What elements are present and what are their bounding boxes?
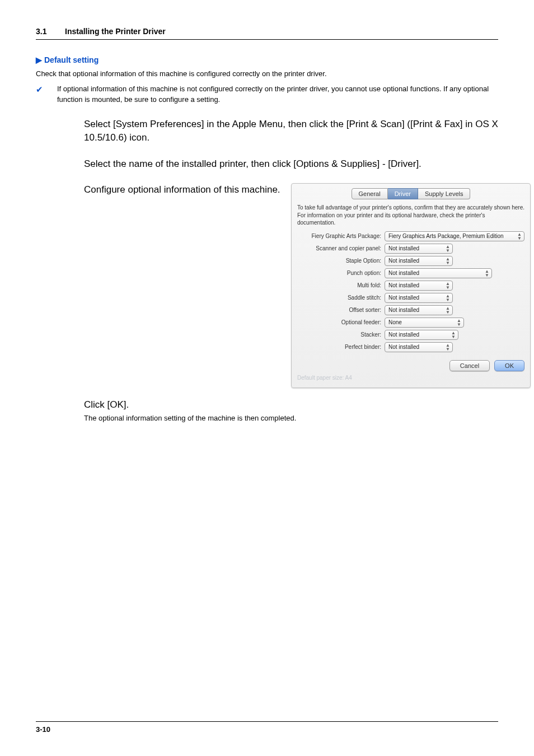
step-1-text: Select [System Preferences] in the Apple…: [84, 118, 498, 145]
option-label: Saddle stitch:: [297, 295, 385, 301]
step-2: Select the name of the installed printer…: [84, 157, 498, 171]
option-value: Not installed: [388, 295, 419, 301]
option-label: Perfect binder:: [297, 344, 385, 350]
section-header: 3.1 Installing the Printer Driver: [36, 27, 498, 36]
option-label: Optional feeder:: [297, 319, 385, 325]
option-label: Scanner and copier panel:: [297, 245, 385, 251]
option-label: Multi fold:: [297, 282, 385, 288]
page-footer: 3-10: [36, 721, 498, 734]
stepper-arrows-icon: ▲▼: [517, 232, 522, 240]
tab-general[interactable]: General: [352, 188, 388, 199]
triangle-icon: ▶: [36, 55, 42, 64]
page-number: 3-10: [36, 725, 50, 734]
option-row: Scanner and copier panel:Not installed▲▼: [297, 244, 524, 254]
step-1: Select [System Preferences] in the Apple…: [84, 118, 498, 145]
option-value: Not installed: [388, 332, 419, 338]
option-label: Staple Option:: [297, 258, 385, 264]
cancel-button[interactable]: Cancel: [449, 360, 490, 371]
option-row: Saddle stitch:Not installed▲▼: [297, 293, 524, 303]
step-click-ok: Click [OK].: [84, 399, 498, 410]
option-label: Offset sorter:: [297, 307, 385, 313]
tab-driver[interactable]: Driver: [388, 188, 418, 199]
dialog-button-bar: Cancel OK: [297, 360, 524, 371]
tab-supply-levels[interactable]: Supply Levels: [418, 188, 471, 199]
stepper-arrows-icon: ▲▼: [451, 331, 456, 339]
options-list: Fiery Graphic Arts Package:Fiery Graphic…: [297, 231, 524, 352]
option-row: Punch option:Not installed▲▼: [297, 268, 524, 278]
subsection-heading: ▶Default setting: [36, 55, 498, 64]
option-row: Multi fold:Not installed▲▼: [297, 281, 524, 291]
subsection-title: Default setting: [44, 55, 99, 64]
section-number: 3.1: [36, 27, 65, 36]
option-select[interactable]: Not installed▲▼: [385, 342, 453, 352]
option-row: Optional feeder:None▲▼: [297, 318, 524, 328]
stepper-arrows-icon: ▲▼: [485, 269, 489, 277]
panel-note: To take full advantage of your printer's…: [297, 204, 524, 227]
option-label: Stacker:: [297, 332, 385, 338]
option-row: Perfect binder:Not installed▲▼: [297, 342, 524, 352]
option-row: Stacker:Not installed▲▼: [297, 330, 524, 340]
stepper-arrows-icon: ▲▼: [457, 319, 461, 326]
step-3: Configure optional information of this m…: [84, 183, 498, 388]
ok-button[interactable]: OK: [494, 360, 524, 371]
option-value: Not installed: [388, 258, 419, 264]
step-2-text: Select the name of the installed printer…: [84, 157, 498, 171]
stepper-arrows-icon: ▲▼: [446, 282, 450, 290]
driver-options-dialog: General Driver Supply Levels To take ful…: [291, 183, 531, 388]
intro-text: Check that optional information of this …: [36, 69, 498, 80]
stepper-arrows-icon: ▲▼: [446, 306, 450, 314]
section-title: Installing the Printer Driver: [65, 27, 166, 36]
stepper-arrows-icon: ▲▼: [446, 257, 450, 265]
option-value: Not installed: [388, 245, 419, 251]
completion-text: The optional information setting of the …: [84, 414, 498, 422]
option-select[interactable]: Not installed▲▼: [385, 244, 453, 254]
option-row: Staple Option:Not installed▲▼: [297, 256, 524, 266]
option-value: Not installed: [388, 307, 419, 313]
option-select[interactable]: Not installed▲▼: [385, 330, 458, 340]
checkmark-icon: ✔: [36, 84, 57, 95]
option-value: Not installed: [388, 344, 419, 350]
precondition-row: ✔ If optional information of this machin…: [36, 84, 498, 105]
option-select[interactable]: Not installed▲▼: [385, 268, 492, 278]
stepper-arrows-icon: ▲▼: [446, 294, 450, 302]
tab-bar: General Driver Supply Levels: [297, 188, 524, 199]
option-row: Fiery Graphic Arts Package:Fiery Graphic…: [297, 231, 524, 241]
option-select[interactable]: Not installed▲▼: [385, 305, 453, 315]
stepper-arrows-icon: ▲▼: [446, 343, 450, 351]
option-select[interactable]: Fiery Graphics Arts Package, Premium Edi…: [385, 231, 524, 241]
option-value: None: [388, 319, 402, 325]
option-select[interactable]: Not installed▲▼: [385, 281, 453, 291]
option-select[interactable]: Not installed▲▼: [385, 293, 453, 303]
option-value: Fiery Graphics Arts Package, Premium Edi…: [388, 233, 504, 239]
option-select[interactable]: Not installed▲▼: [385, 256, 453, 266]
option-row: Offset sorter:Not installed▲▼: [297, 305, 524, 315]
stepper-arrows-icon: ▲▼: [446, 245, 450, 253]
precondition-text: If optional information of this machine …: [57, 84, 498, 105]
option-label: Punch option:: [297, 270, 385, 276]
option-value: Not installed: [388, 282, 419, 288]
default-paper-size-label: Default paper size: A4: [297, 375, 524, 381]
option-value: Not installed: [388, 270, 419, 276]
step-3-text: Configure optional information of this m…: [84, 183, 291, 197]
option-label: Fiery Graphic Arts Package:: [297, 233, 385, 239]
header-divider: [36, 39, 498, 40]
option-select[interactable]: None▲▼: [385, 318, 464, 328]
